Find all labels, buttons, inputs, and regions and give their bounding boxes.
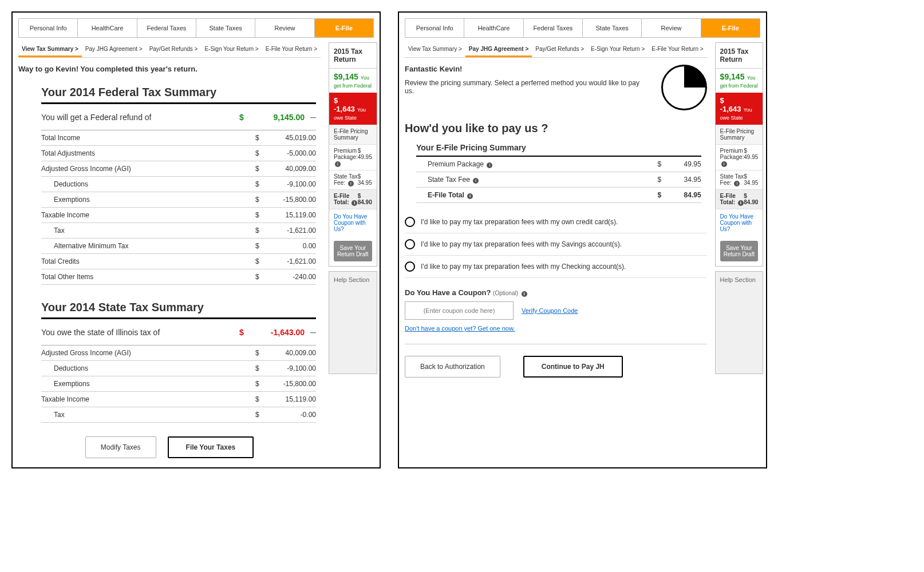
summary-row: Adjusted Gross Income (AGI)$40,009.00 [41,161,316,177]
info-icon[interactable]: i [738,200,744,206]
help-section: Help Section [715,271,764,374]
save-draft-button[interactable]: Save Your Return Draft [720,241,759,261]
intro-heading: Fantastic Kevin! [405,65,650,73]
screen-payment: Personal InfoHealthCareFederal TaxesStat… [398,11,767,468]
state-hero-label: You owe the state of Illinois tax of [41,328,239,337]
nav-tab[interactable]: E-File [701,19,760,37]
nav-tab[interactable]: Personal Info [19,19,78,37]
subnav-step[interactable]: Pay/Get Refunds > [146,42,202,57]
info-icon[interactable]: i [348,181,354,186]
nav-tab[interactable]: E-File [315,19,373,37]
nav-tab[interactable]: Federal Taxes [137,19,196,37]
subnav-step[interactable]: Pay JHG Agreement > [82,42,146,57]
coupon-heading: Do You Have a Coupon? (Optional) i [405,288,707,297]
summary-row: Alternative Minimum Tax$0.00 [41,239,316,254]
price-row: Premium Package i$49.95 [416,157,701,172]
sidebar-price-line: State Tax Fee: i$ 34.95 [716,170,763,190]
price-row: E-File Total i$84.95 [416,188,701,203]
collapse-icon[interactable]: – [305,111,316,123]
price-row: State Tax Fee i$34.95 [416,172,701,188]
payment-option[interactable]: I'd like to pay my tax preparation fees … [405,211,707,233]
payment-option[interactable]: I'd like to pay my tax preparation fees … [405,233,707,256]
summary-row: Total Income$45,019.00 [41,130,316,146]
screen-tax-summary: Personal InfoHealthCareFederal TaxesStat… [11,11,381,468]
federal-refund-amount: 9,145.00 [247,113,305,122]
info-icon[interactable]: i [352,200,357,206]
sidebar-pricing-header: E-File Pricing Summary [329,125,377,145]
save-draft-button[interactable]: Save Your Return Draft [334,241,372,261]
nav-tab[interactable]: Federal Taxes [524,19,583,37]
continue-button[interactable]: Continue to Pay JH [523,356,623,378]
nav-tab[interactable]: Personal Info [405,19,464,37]
nav-tab[interactable]: HealthCare [464,19,523,37]
info-icon[interactable]: i [335,161,341,167]
info-icon[interactable]: i [522,291,527,297]
intro-text: Review the pricing summary. Select a per… [405,79,650,95]
coupon-input[interactable] [405,301,514,320]
file-taxes-button[interactable]: File Your Taxes [168,436,254,458]
info-icon[interactable]: i [467,193,473,199]
get-coupon-link[interactable]: Don't have a coupon yet? Get one now. [405,325,515,332]
subnav-step[interactable]: Pay JHG Agreement > [465,42,532,57]
nav-tab[interactable]: Review [642,19,701,37]
federal-refund-hero: You will get a Federal refund of $ 9,145… [41,104,316,130]
progress-pie-icon [661,65,707,110]
sub-nav: View Tax Summary >Pay JHG Agreement >Pay… [18,42,321,58]
sidebar-owe: $ -1,643You owe State [716,93,763,125]
pricing-title: Your E-File Pricing Summary [416,143,701,157]
summary-row: Exemptions$-15,800.00 [41,376,316,392]
info-icon[interactable]: i [487,162,492,168]
help-section: Help Section [329,271,377,374]
sidebar-pricing-header: E-File Pricing Summary [716,125,763,145]
top-nav: Personal InfoHealthCareFederal TaxesStat… [405,18,760,38]
summary-row: Tax$-0.00 [41,407,316,423]
subnav-step[interactable]: E-File Your Return > [648,42,706,57]
state-title: Your 2014 State Tax Summary [41,297,316,319]
subnav-step[interactable]: E-Sign Your Return > [587,42,648,57]
summary-row: Deductions$-9,100.00 [41,177,316,192]
subnav-step[interactable]: E-File Your Return > [262,42,321,57]
sidebar-coupon-link[interactable]: Do You Have Coupon with Us? [716,209,763,236]
sub-nav: View Tax Summary >Pay JHG Agreement >Pay… [405,42,707,58]
collapse-icon[interactable]: – [305,326,316,338]
radio-icon[interactable] [405,261,415,272]
summary-row: Total Credits$-1,621.00 [41,254,316,269]
sidebar-refund: $9,145You get from Federal [329,69,377,93]
subnav-step[interactable]: Pay/Get Refunds > [532,42,587,57]
radio-icon[interactable] [405,239,415,249]
subnav-step[interactable]: E-Sign Your Return > [201,42,262,57]
summary-row: Taxable Income$15,119.00 [41,208,316,223]
sidebar-coupon-link[interactable]: Do You Have Coupon with Us? [329,209,377,236]
payment-option[interactable]: I'd like to pay my tax preparation fees … [405,256,707,278]
sidebar-title: 2015 Tax Return [329,43,377,69]
back-button[interactable]: Back to Authorization [405,356,500,378]
subnav-step[interactable]: View Tax Summary > [18,42,82,57]
greeting: Way to go Kevin! You completed this year… [18,65,321,73]
summary-row: Adjusted Gross Income (AGI)$40,009.00 [41,345,316,361]
federal-hero-label: You will get a Federal refund of [41,113,239,122]
federal-title: Your 2014 Federal Tax Summary [41,82,316,104]
summary-row: Tax$-1,621.00 [41,223,316,239]
state-owe-hero: You owe the state of Illinois tax of $ -… [41,319,316,345]
sidebar-price-line: State Tax Fee: i$ 34.95 [329,170,377,190]
top-nav: Personal InfoHealthCareFederal TaxesStat… [18,18,374,38]
summary-row: Total Other Items$-240.00 [41,269,316,285]
modify-taxes-button[interactable]: Modify Taxes [85,436,156,458]
sidebar-title: 2015 Tax Return [716,43,763,69]
nav-tab[interactable]: State Taxes [196,19,255,37]
info-icon[interactable]: i [734,181,740,186]
payment-question: How'd you like to pay us ? [405,122,707,135]
nav-tab[interactable]: Review [255,19,314,37]
sidebar-price-line: Premium Package: i$ 49.95 [716,145,763,170]
info-icon[interactable]: i [473,178,479,184]
summary-row: Taxable Income$15,119.00 [41,392,316,407]
info-icon[interactable]: i [721,161,727,167]
summary-row: Exemptions$-15,800.00 [41,192,316,208]
radio-icon[interactable] [405,217,415,227]
verify-coupon-link[interactable]: Verify Coupon Code [522,307,578,314]
subnav-step[interactable]: View Tax Summary > [405,42,465,57]
sidebar-owe: $ -1,643You owe State [329,93,377,125]
sidebar-refund: $9,145You get from Federal [716,69,763,93]
nav-tab[interactable]: State Taxes [583,19,642,37]
nav-tab[interactable]: HealthCare [78,19,137,37]
